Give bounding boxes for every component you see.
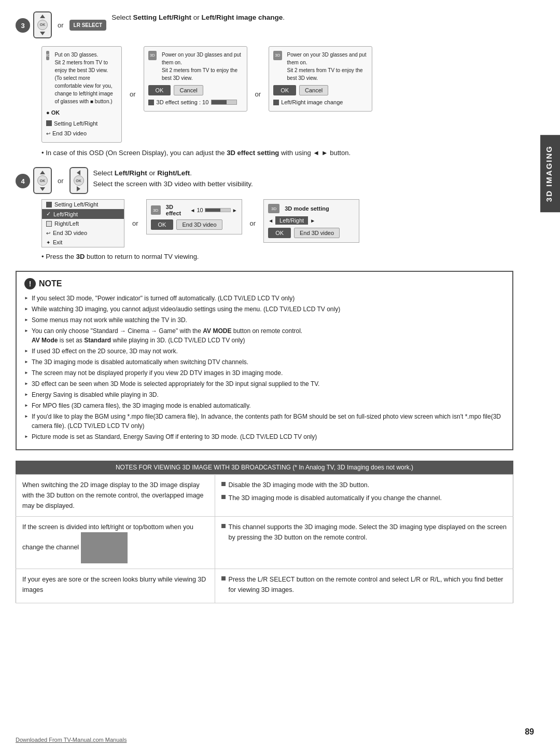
section3-instruction: Select Setting Left/Right or Left/Right … [111,12,285,23]
note-item-7: The screen may not be displayed properly… [24,368,505,378]
arrow-down-icon-2 [40,187,45,191]
remote-updown-2: OK [33,167,52,194]
menu-exit-label: Exit [53,239,62,245]
menu-dialog-section4: Setting Left/Right ✓ Left/Right Right/Le… [41,199,124,247]
mode-left-arrow: ◄ [268,218,273,224]
bullet-sq-2a [221,524,226,528]
section4-instruction: Select Left/Right or Right/Left. Select … [93,168,253,189]
bullet-text-2a: This channel supports the 3D imaging mod… [229,522,507,543]
dialog3-text: Power on your 3D glasses and put them on… [287,51,368,82]
table-row2-right: This channel supports the 3D imaging mod… [215,517,513,569]
or-label-2: or [130,90,136,98]
or-label-3: or [255,90,261,98]
note-item-12: Picture mode is set as Standard, Energy … [24,432,505,441]
note-section: ! NOTE If you select 3D mode, "Power ind… [16,271,513,450]
table-row-3: If your eyes are sore or the screen look… [16,569,513,603]
note-item-4: You can only choose "Standard → Cinema →… [24,326,505,345]
note-item-1: If you select 3D mode, "Power indicator"… [24,294,505,303]
checkbox-filled-1 [46,120,52,126]
table-row1-right: Disable the 3D imaging mode with the 3D … [215,475,513,517]
screen-split-image [81,532,128,563]
leftright-check: ✓ [46,211,51,217]
bullet-text-3a: Press the L/R SELECT button on the remot… [229,574,507,595]
effect-right-arrow: ► [232,208,237,213]
bullet-item-1b: The 3D imaging mode is disabled automati… [221,493,507,503]
section3-dialogs: Put on 3D glasses. Sit 2 meters from TV … [41,46,513,143]
ok-button-remote-2[interactable]: OK [37,175,48,186]
table-row-1: When switching the 2D image display to t… [16,475,513,517]
mode-dialog-ok-btn[interactable]: OK [268,228,291,238]
table-row3-left: If your eyes are sore or the screen look… [16,569,215,603]
bullet-sq-1b [221,495,226,499]
dialog3-ok-btn[interactable]: OK [273,85,296,95]
note-item-8: 3D effect can be seen when 3D Mode is se… [24,379,505,389]
end-3d-icon-1: ↩ [46,130,50,137]
menu-leftright-item[interactable]: ✓ Left/Right [42,209,124,219]
menu-rightleft-item[interactable]: Right/Left [42,219,124,228]
dialog1-ok-label[interactable]: ● OK [46,108,117,117]
note-list: If you select 3D mode, "Power indicator"… [24,294,505,441]
effect-dialog-ok-btn[interactable]: OK [151,219,174,230]
dialog1-end-text: End 3D video [52,129,87,138]
ok-button-remote-3[interactable]: OK [74,175,84,186]
ok-button-remote[interactable]: OK [37,20,48,30]
mode-dialog-end-btn[interactable]: End 3D video [294,228,340,238]
note-title-text: NOTE [39,279,62,288]
dialog1-setting-text: Setting Left/Right [54,119,97,128]
effect-bar-row: 3D effect setting : 10 [148,98,243,107]
side-tab-label: 3D IMAGING [540,135,560,212]
footer-link[interactable]: Downloaded From TV-Manual.com Manuals [16,737,127,743]
mode-dialog-label: 3D mode setting [285,205,329,212]
mode-dialog-section4: 3D mode setting ◄ Left/Right ► OK End 3D… [263,199,359,243]
effect-dialog-label: 3D effect [166,204,187,216]
note-icon: ! [24,278,36,289]
menu-exit-item[interactable]: ✦ Exit [42,238,124,247]
bullet-sq-1a [221,482,226,486]
arrow-up-icon [40,15,45,18]
menu-setting-label: Setting Left/Right [54,201,98,208]
section4-container: 4 OK or OK Select Left/Right or Right/Le… [16,166,513,194]
menu-checkbox-1 [46,202,52,208]
note-item-11: If you'd like to play the BGM using *.mp… [24,412,505,431]
effect-label: 3D effect setting : 10 [157,98,209,107]
effect-dialog-icon [151,205,161,215]
end-icon-menu: ↩ [46,230,50,236]
note-item-3: Some menus may not work while watching t… [24,315,505,325]
or-label-6: or [250,219,256,227]
bottom-table-header: NOTES FOR VIEWING 3D IMAGE WITH 3D BROAD… [16,461,513,474]
arrow-up-icon-2 [40,171,45,174]
menu-end-item[interactable]: ↩ End 3D video [42,228,124,238]
note-title: ! NOTE [24,278,505,289]
dialog-lr-change: Power on your 3D glasses and put them on… [269,46,372,112]
slider-track [205,208,231,212]
table-row1-left: When switching the 2D image display to t… [16,475,215,517]
table-row-2: If the screen is divided into left/right… [16,517,513,569]
note-item-6: The 3D imaging mode is disabled automati… [24,357,505,367]
dialog3-cancel-btn[interactable]: Cancel [299,85,328,95]
effect-dialog-section4: 3D effect ◄ 10 ► OK End 3D video [146,199,242,234]
press-note: • Press the 3D button to return to norma… [41,253,513,260]
mode-value-row: ◄ Left/Right ► [268,216,355,225]
note-item-9: Energy Saving is disabled while playing … [24,390,505,399]
or-label-1: or [58,21,64,29]
lr-select-button[interactable]: LR SELECT [69,20,107,31]
arrow-right-icon [77,186,80,191]
dialog2-ok-btn[interactable]: OK [148,85,171,95]
arrow-left-icon [77,170,80,175]
dialog2-cancel-btn[interactable]: Cancel [174,85,203,95]
bullet-item-3a: Press the L/R SELECT button on the remot… [221,574,507,595]
effect-dialog-end-btn[interactable]: End 3D video [176,219,222,230]
or-label-5: or [132,219,138,227]
bullet-text-1b: The 3D imaging mode is disabled automati… [229,493,442,503]
table-row3-right: Press the L/R SELECT button on the remot… [215,569,513,603]
remote-lr: OK [69,167,88,194]
bullet-sq-3a [221,576,226,580]
exit-icon-menu: ✦ [46,240,50,245]
dialog1-text: Put on 3D glasses. Sit 2 meters from TV … [54,51,117,105]
effect-checkbox [148,100,154,105]
dialog2-text: Power on your 3D glasses and put them on… [162,51,243,82]
effect-value: 10 [197,207,203,213]
dialog1-end-item: ↩ End 3D video [46,129,117,138]
remote-updown: OK [33,11,52,38]
menu-end-label: End 3D video [53,230,87,236]
